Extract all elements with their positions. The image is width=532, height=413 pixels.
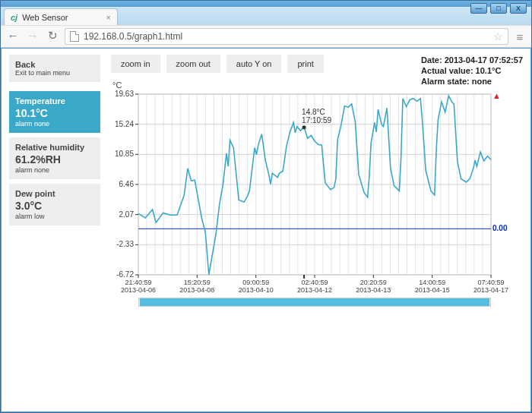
sidebar-back[interactable]: Back Exit to main menu	[9, 55, 100, 82]
favicon: cj	[11, 13, 17, 22]
url-box[interactable]: ☆	[65, 28, 508, 45]
y-tick: 19.63	[111, 90, 134, 98]
y-tick: 10.85	[111, 150, 134, 158]
card-value: 10.1°C	[15, 107, 94, 119]
address-bar: ← → ↻ ☆ ≡	[1, 25, 531, 48]
tab-strip: cj Web Sensor ×	[1, 7, 531, 25]
auto-y-button[interactable]: auto Y on	[226, 55, 282, 73]
sidebar-card-relative-humidity[interactable]: Relative humidity61.2%RHalarm none	[9, 137, 100, 179]
y-tick: -6.72	[111, 270, 134, 279]
zoom-in-button[interactable]: zoom in	[111, 55, 160, 73]
page-icon	[70, 31, 79, 42]
nav-back-button[interactable]: ←	[5, 29, 21, 44]
browser-menu-button[interactable]: ≡	[513, 30, 527, 43]
card-title: Dew point	[15, 189, 94, 198]
chart-area: °C 19.6315.2410.856.462.07-2.33-6.72 21:…	[111, 74, 523, 404]
card-title: Temperature	[15, 96, 94, 106]
card-value: 61.2%RH	[15, 153, 94, 166]
x-tick: 21:40:592013-04-06	[116, 279, 161, 294]
tab-title: Web Sensor	[22, 13, 68, 22]
data-marker-label: 14.8°C17:10:59	[302, 108, 331, 125]
x-tick: 14:00:592013-04-15	[410, 279, 455, 294]
nav-forward-button[interactable]: →	[25, 29, 40, 44]
minimize-button[interactable]: —	[470, 3, 487, 14]
y-tick: 6.46	[111, 180, 134, 188]
y-tick: -2.33	[111, 240, 134, 248]
sidebar-back-title: Back	[15, 60, 94, 69]
bookmark-star-icon[interactable]: ☆	[493, 30, 503, 43]
tab-close-icon[interactable]: ×	[106, 13, 111, 22]
main-panel: zoom in zoom out auto Y on print Date: 2…	[111, 55, 523, 404]
sidebar-card-temperature[interactable]: Temperature10.1°Calarm none	[9, 91, 100, 133]
card-alarm: alarm low	[15, 213, 94, 220]
y-axis-unit: °C	[112, 80, 122, 90]
y-tick: 15.24	[111, 120, 134, 128]
card-title: Relative humidity	[15, 143, 94, 152]
browser-window: — □ X cj Web Sensor × ← → ↻ ☆ ≡ Back Exi…	[0, 0, 532, 413]
x-tick: 02:40:592013-04-12	[292, 279, 337, 294]
zero-line-label: 0.00	[492, 224, 507, 232]
nav-reload-button[interactable]: ↻	[45, 29, 60, 44]
maximize-button[interactable]: □	[490, 3, 507, 14]
card-alarm: alarm none	[15, 166, 94, 174]
print-button[interactable]: print	[287, 55, 323, 73]
svg-point-50	[302, 125, 306, 129]
url-input[interactable]	[84, 31, 489, 42]
alarm-indicator-icon: ▲	[492, 91, 501, 100]
x-tick: 07:40:592013-04-17	[468, 279, 514, 294]
sidebar: Back Exit to main menu Temperature10.1°C…	[9, 55, 100, 404]
page-content: Back Exit to main menu Temperature10.1°C…	[2, 49, 530, 411]
y-tick: 2.07	[111, 210, 134, 219]
close-button[interactable]: X	[510, 3, 527, 14]
card-value: 3.0°C	[15, 200, 94, 212]
title-bar	[1, 1, 531, 7]
chart-scrollbar-handle[interactable]	[140, 298, 489, 306]
sidebar-back-sub: Exit to main menu	[15, 69, 94, 77]
chart-scrollbar[interactable]	[138, 298, 491, 307]
card-alarm: alarm none	[15, 120, 94, 128]
zoom-out-button[interactable]: zoom out	[166, 55, 220, 73]
x-tick: 20:20:592013-04-13	[350, 279, 396, 294]
window-controls: — □ X	[470, 3, 527, 14]
x-tick: 09:00:592013-04-10	[233, 279, 279, 294]
browser-tab[interactable]: cj Web Sensor ×	[4, 8, 118, 25]
sidebar-card-dew-point[interactable]: Dew point3.0°Calarm low	[9, 184, 100, 225]
x-tick: 15:20:592013-04-08	[174, 279, 220, 294]
info-date: Date: 2013-04-17 07:52:57	[421, 55, 523, 65]
